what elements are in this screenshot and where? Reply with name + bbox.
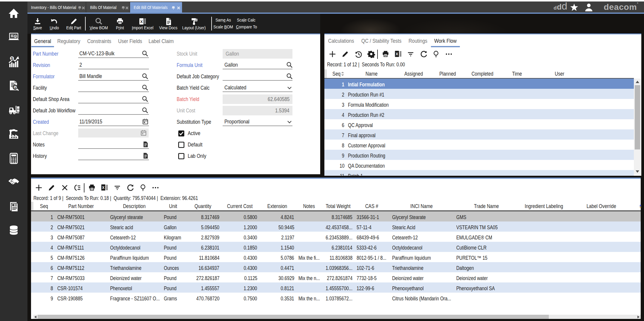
svg-text:$: $ (15, 35, 16, 38)
svg-text:$: $ (14, 86, 16, 89)
svg-text:X: X (140, 19, 143, 24)
svg-text:$: $ (11, 56, 13, 61)
svg-text:X: X (396, 52, 398, 56)
svg-text:X: X (102, 186, 104, 190)
